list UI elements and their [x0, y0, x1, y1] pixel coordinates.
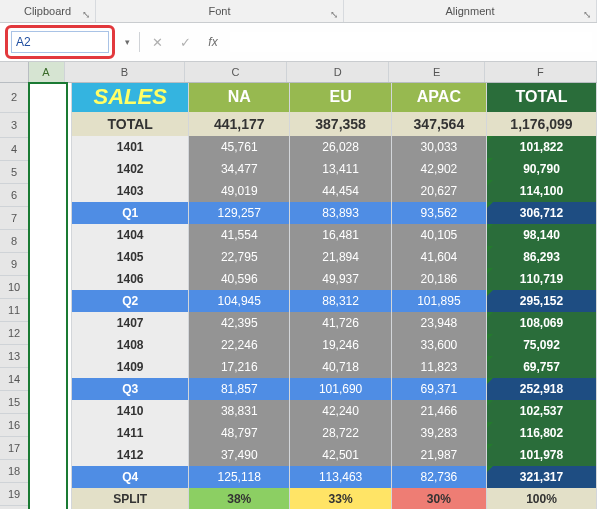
row-header[interactable]: 6 — [0, 184, 28, 207]
period-apac[interactable]: 33,600 — [392, 334, 487, 357]
period-total[interactable]: 98,140 — [487, 224, 597, 247]
column-header[interactable]: C — [185, 62, 287, 82]
period-na[interactable]: 40,596 — [189, 268, 290, 291]
period-total[interactable]: 101,978 — [487, 444, 597, 467]
select-all-corner[interactable] — [0, 62, 29, 83]
period-label[interactable]: 1402 — [72, 158, 189, 181]
quarter-total[interactable]: 306,712 — [487, 202, 597, 225]
cell-blank[interactable] — [28, 112, 72, 137]
quarter-na[interactable]: 104,945 — [189, 290, 290, 313]
split-apac[interactable]: 30% — [392, 488, 487, 509]
period-label[interactable]: 1412 — [72, 444, 189, 467]
row-header[interactable]: 4 — [0, 138, 28, 161]
quarter-total[interactable]: 295,152 — [487, 290, 597, 313]
split-na[interactable]: 38% — [189, 488, 290, 509]
period-na[interactable]: 38,831 — [189, 400, 290, 423]
period-na[interactable]: 22,795 — [189, 246, 290, 269]
enter-entry-icon[interactable]: ✓ — [174, 31, 196, 53]
row-headers[interactable]: 234567891011121314151617181920 — [0, 82, 29, 509]
period-eu[interactable]: 41,726 — [290, 312, 391, 335]
period-na[interactable]: 48,797 — [189, 422, 290, 445]
quarter-label[interactable]: Q2 — [72, 290, 189, 313]
totals-grand[interactable]: 1,176,099 — [487, 112, 597, 137]
period-eu[interactable]: 26,028 — [290, 136, 391, 159]
totals-apac[interactable]: 347,564 — [392, 112, 487, 137]
cell-blank[interactable] — [28, 158, 72, 181]
period-apac[interactable]: 21,466 — [392, 400, 487, 423]
period-na[interactable]: 42,395 — [189, 312, 290, 335]
row-header[interactable]: 11 — [0, 299, 28, 322]
period-na[interactable]: 49,019 — [189, 180, 290, 203]
period-eu[interactable]: 16,481 — [290, 224, 391, 247]
quarter-eu[interactable]: 83,893 — [290, 202, 391, 225]
row-header[interactable]: 7 — [0, 207, 28, 230]
cell-blank[interactable] — [28, 312, 72, 335]
row-header[interactable]: 3 — [0, 113, 28, 138]
period-na[interactable]: 37,490 — [189, 444, 290, 467]
period-apac[interactable]: 21,987 — [392, 444, 487, 467]
row-header[interactable]: 19 — [0, 483, 28, 506]
period-eu[interactable]: 13,411 — [290, 158, 391, 181]
header-apac[interactable]: APAC — [392, 82, 487, 113]
quarter-apac[interactable]: 93,562 — [392, 202, 487, 225]
period-apac[interactable]: 40,105 — [392, 224, 487, 247]
row-header[interactable]: 8 — [0, 230, 28, 253]
quarter-label[interactable]: Q1 — [72, 202, 189, 225]
period-na[interactable]: 22,246 — [189, 334, 290, 357]
period-total[interactable]: 90,790 — [487, 158, 597, 181]
period-total[interactable]: 110,719 — [487, 268, 597, 291]
cell-blank[interactable] — [28, 378, 72, 401]
cell-blank[interactable] — [28, 268, 72, 291]
dialog-launcher-icon[interactable]: ⤡ — [329, 10, 339, 20]
period-eu[interactable]: 49,937 — [290, 268, 391, 291]
period-eu[interactable]: 42,501 — [290, 444, 391, 467]
row-header[interactable]: 14 — [0, 368, 28, 391]
quarter-na[interactable]: 129,257 — [189, 202, 290, 225]
dialog-launcher-icon[interactable]: ⤡ — [582, 10, 592, 20]
insert-function-icon[interactable]: fx — [202, 31, 224, 53]
period-apac[interactable]: 41,604 — [392, 246, 487, 269]
period-apac[interactable]: 20,627 — [392, 180, 487, 203]
name-box-dropdown-icon[interactable]: ▾ — [121, 37, 133, 47]
column-headers[interactable]: ABCDEF — [28, 62, 597, 83]
row-header[interactable]: 5 — [0, 161, 28, 184]
row-header[interactable]: 9 — [0, 253, 28, 276]
cell-area[interactable]: SALESNAEUAPACTOTALTOTAL441,177387,358347… — [28, 82, 597, 509]
cancel-entry-icon[interactable]: ✕ — [146, 31, 168, 53]
cell-blank[interactable] — [28, 82, 72, 113]
period-eu[interactable]: 42,240 — [290, 400, 391, 423]
cell-blank[interactable] — [28, 136, 72, 159]
period-label[interactable]: 1410 — [72, 400, 189, 423]
period-apac[interactable]: 11,823 — [392, 356, 487, 379]
cell-blank[interactable] — [28, 290, 72, 313]
period-total[interactable]: 116,802 — [487, 422, 597, 445]
row-header[interactable]: 12 — [0, 322, 28, 345]
row-header[interactable]: 17 — [0, 437, 28, 460]
cell-blank[interactable] — [28, 400, 72, 423]
row-header[interactable]: 18 — [0, 460, 28, 483]
cell-blank[interactable] — [28, 466, 72, 489]
period-label[interactable]: 1406 — [72, 268, 189, 291]
split-label[interactable]: SPLIT — [72, 488, 189, 509]
period-apac[interactable]: 39,283 — [392, 422, 487, 445]
period-apac[interactable]: 23,948 — [392, 312, 487, 335]
period-apac[interactable]: 20,186 — [392, 268, 487, 291]
period-apac[interactable]: 42,902 — [392, 158, 487, 181]
quarter-apac[interactable]: 69,371 — [392, 378, 487, 401]
name-box[interactable]: A2 — [11, 31, 109, 53]
period-na[interactable]: 41,554 — [189, 224, 290, 247]
period-eu[interactable]: 28,722 — [290, 422, 391, 445]
header-eu[interactable]: EU — [290, 82, 391, 113]
header-na[interactable]: NA — [189, 82, 290, 113]
period-total[interactable]: 86,293 — [487, 246, 597, 269]
quarter-eu[interactable]: 113,463 — [290, 466, 391, 489]
split-eu[interactable]: 33% — [290, 488, 391, 509]
cell-blank[interactable] — [28, 334, 72, 357]
quarter-na[interactable]: 125,118 — [189, 466, 290, 489]
period-label[interactable]: 1404 — [72, 224, 189, 247]
cell-blank[interactable] — [28, 422, 72, 445]
period-eu[interactable]: 19,246 — [290, 334, 391, 357]
period-label[interactable]: 1403 — [72, 180, 189, 203]
column-header[interactable]: A — [28, 62, 65, 82]
row-header[interactable]: 15 — [0, 391, 28, 414]
